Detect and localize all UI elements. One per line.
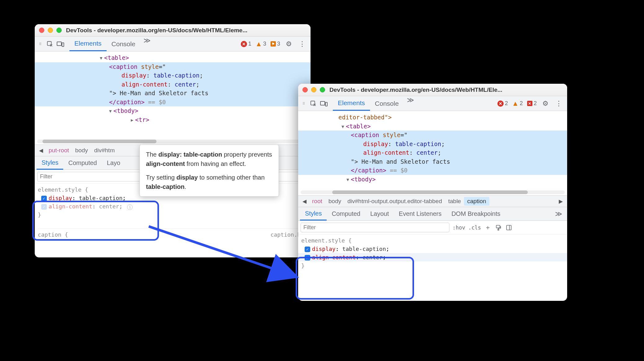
style-rule-display[interactable]: ✓display: table-caption; [301,245,564,253]
crumb-body[interactable]: body [72,146,91,155]
violation-badge[interactable]: ✕2 [527,100,537,107]
traffic-lights [302,87,325,92]
crumb-caption[interactable]: caption [464,197,489,206]
svg-rect-1 [57,42,61,46]
close-window-button[interactable] [39,28,44,33]
dom-tree[interactable]: ▼<table> <caption style=" display: table… [35,51,311,138]
tab-layout[interactable]: Layout [365,207,394,221]
more-tabs-icon[interactable]: ≫ [140,37,154,51]
minimize-window-button[interactable] [48,28,53,33]
tooltip-line-2: Try setting display to something other t… [146,173,272,191]
more-menu-icon[interactable]: ⋮ [553,100,565,108]
dom-tr-tag[interactable]: <tr> [135,116,149,123]
window-title: DevTools - developer.mozilla.org/en-US/d… [329,87,502,93]
tab-layout[interactable]: Layo [102,156,125,170]
device-toolbar-icon[interactable] [320,100,328,108]
crumb-root[interactable]: root [309,197,325,206]
titlebar: DevTools - developer.mozilla.org/en-US/d… [298,84,567,96]
new-rule-icon[interactable]: ＋ [484,224,492,231]
warning-badge[interactable]: ▲3 [256,41,266,47]
more-menu-icon[interactable]: ⋮ [296,40,308,48]
breadcrumb-prev-icon[interactable]: ◀ [300,198,309,205]
styles-tabs: Styles Computed Layout Event Listeners D… [298,207,567,221]
dom-tree[interactable]: editor-tabbed"> ▼<table> <caption style=… [298,111,567,189]
more-tabs-icon[interactable]: ≫ [404,96,417,111]
flag-badge[interactable]: ⚑3 [271,41,280,47]
checkbox-align-content[interactable]: ✓ [41,204,47,210]
dom-table-tag[interactable]: <table> [346,123,371,130]
tab-console[interactable]: Console [107,37,140,51]
svg-rect-6 [496,225,500,228]
svg-rect-5 [325,102,327,106]
traffic-lights [39,28,62,33]
tab-dom-breakpoints[interactable]: DOM Breakpoints [447,207,505,221]
breadcrumb-bar: ◀ root body div#html-output.output.edito… [298,195,567,207]
tab-elements[interactable]: Elements [333,96,370,111]
property-tooltip: The display: table-caption property prev… [139,145,279,197]
inspect-element-icon[interactable] [309,100,317,108]
tab-styles[interactable]: Styles [37,156,63,170]
devtools-toolbar: ⠿ Elements Console ≫ ✕1 ▲3 ⚑3 ⚙ ⋮ [35,37,311,51]
styles-filter-bar: :hov .cls ＋ [298,221,567,234]
tab-computed[interactable]: Computed [63,156,102,170]
devtools-window-2: DevTools - developer.mozilla.org/en-US/d… [298,84,567,301]
device-toolbar-icon[interactable] [56,40,64,48]
error-badge[interactable]: ✕2 [497,100,508,107]
tab-computed[interactable]: Computed [327,207,365,221]
dom-table-tag[interactable]: <table> [104,54,129,61]
more-tabs-icon[interactable]: ≫ [552,210,565,218]
svg-rect-4 [320,101,325,105]
checkbox-display[interactable]: ✓ [41,196,47,201]
crumb-table[interactable]: table [445,197,464,206]
dom-tbody-tag[interactable]: <tbody> [351,176,376,183]
svg-rect-7 [498,229,499,230]
titlebar: DevTools - developer.mozilla.org/en-US/d… [35,24,311,37]
style-rule-align-content[interactable]: ✓align-content: center; i [38,202,307,211]
checkbox-align-content[interactable]: ✓ [305,255,310,261]
crumb-div-output[interactable]: div#html-output.output.editor-tabbed [344,197,445,206]
zoom-window-button[interactable] [56,28,62,33]
tab-styles[interactable]: Styles [300,207,327,221]
dom-caption-open[interactable]: <caption style=" [298,131,567,140]
dom-scrollbar[interactable] [37,140,308,143]
info-icon[interactable]: i [127,204,133,210]
hov-toggle[interactable]: :hov [452,225,465,231]
inspect-element-icon[interactable] [46,40,54,48]
dom-caption-open[interactable]: <caption style=" [35,62,311,71]
crumb-body[interactable]: body [325,197,344,206]
paint-icon[interactable] [495,224,502,231]
crumb-put-root[interactable]: put-root [46,146,72,155]
style-rule-align-content[interactable]: ✓align-content: center; [298,253,567,261]
breadcrumb-prev-icon[interactable]: ◀ [37,147,46,154]
tab-console[interactable]: Console [370,96,404,111]
computed-panel-icon[interactable] [505,224,513,231]
window-title: DevTools - developer.mozilla.org/en-US/d… [66,27,247,34]
svg-rect-2 [62,43,64,47]
warning-badge[interactable]: ▲2 [512,100,523,107]
dom-tbody-tag[interactable]: <tbody> [113,107,138,114]
svg-rect-8 [506,225,511,230]
tooltip-line-1: The display: table-caption property prev… [146,150,272,168]
panel-tabs: Elements Console ≫ [69,37,154,51]
checkbox-display[interactable]: ✓ [305,247,310,252]
zoom-window-button[interactable] [320,87,325,92]
cls-toggle[interactable]: .cls [468,225,481,231]
dock-handle[interactable]: ⠿ [37,42,46,46]
dom-scrollbar[interactable] [301,190,565,194]
dock-handle[interactable]: ⠿ [301,101,309,106]
devtools-window-1: DevTools - developer.mozilla.org/en-US/d… [35,24,311,257]
error-badge[interactable]: ✕1 [241,41,251,47]
filter-input[interactable] [301,223,449,232]
breadcrumb-next-icon[interactable]: ▶ [556,198,565,205]
styles-pane[interactable]: element.style { ✓display: table-caption;… [298,234,567,272]
close-window-button[interactable] [302,87,308,92]
devtools-toolbar: ⠿ Elements Console ≫ ✕2 ▲2 ✕2 ⚙ ⋮ [298,96,567,111]
settings-icon[interactable]: ⚙ [283,40,294,48]
minimize-window-button[interactable] [311,87,316,92]
tab-elements[interactable]: Elements [69,37,107,51]
element-style-selector: element.style { [301,236,564,245]
crumb-div[interactable]: div#htm [91,146,118,155]
settings-icon[interactable]: ⚙ [540,100,551,108]
tab-event-listeners[interactable]: Event Listeners [394,207,447,221]
panel-tabs: Elements Console ≫ [333,96,417,111]
